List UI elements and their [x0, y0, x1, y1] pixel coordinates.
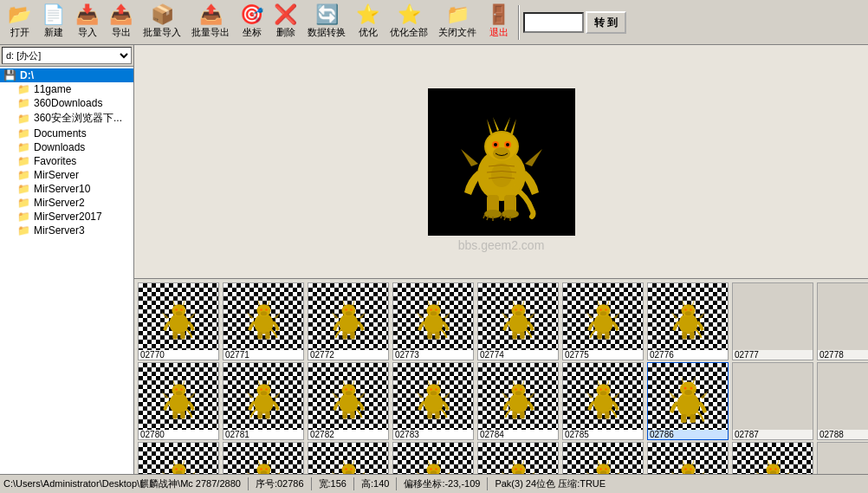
sprite-cell[interactable]: 02780	[138, 362, 219, 440]
sprite-canvas	[478, 363, 558, 430]
svg-point-13	[491, 163, 512, 187]
status-seq: 序号:02786	[256, 477, 312, 490]
sprite-cell[interactable]: 02773	[392, 282, 474, 360]
sidebar-item-favorites[interactable]: 📁 Favorites	[0, 154, 133, 168]
sprite-cell[interactable]: 02782	[308, 362, 389, 440]
sprite-cell[interactable]: 02787	[732, 362, 813, 440]
sprite-cell[interactable]: 02785	[562, 362, 644, 440]
svg-rect-55	[597, 331, 602, 338]
folder-icon: 📁	[17, 169, 30, 181]
sprite-cell[interactable]: 02772	[308, 282, 389, 360]
preview-image	[428, 88, 575, 236]
new-btn[interactable]: 📄 新建	[37, 3, 69, 42]
sprite-cell[interactable]: 02771	[223, 282, 304, 360]
sprite-cell[interactable]: 02786	[647, 362, 729, 440]
sprite-label: 02782	[308, 430, 388, 439]
svg-rect-68	[172, 411, 178, 418]
svg-point-121	[260, 468, 262, 470]
delete-btn[interactable]: ❌ 删除	[269, 3, 301, 42]
svg-rect-48	[520, 331, 525, 338]
delete-icon: ❌	[274, 5, 297, 24]
sprite-label: 02788	[818, 430, 868, 439]
export-btn[interactable]: 📤 导出	[105, 3, 137, 42]
sidebar-item-11game[interactable]: 📁 11game	[0, 82, 133, 96]
convert-icon: 🔄	[315, 5, 339, 24]
svg-rect-54	[605, 331, 610, 338]
optimize-all-icon: ⭐	[398, 5, 421, 24]
sprite-canvas	[563, 363, 643, 430]
sidebar-item-mirserver10[interactable]: 📁 MirServer10	[0, 182, 133, 196]
sidebar-item-mirserver[interactable]: 📁 MirServer	[0, 168, 133, 182]
watermark: bbs.geem2.com	[458, 238, 545, 252]
sprite-canvas	[308, 363, 388, 430]
import-icon: 📥	[75, 5, 99, 24]
export-icon: 📤	[109, 5, 133, 24]
sprite-cell[interactable]: 02784	[477, 362, 559, 440]
svg-point-44	[515, 308, 517, 311]
sprite-cell[interactable]: 02797	[732, 442, 813, 474]
sprite-cell[interactable]: 02777	[732, 282, 813, 360]
sprite-cell[interactable]: 02790	[138, 442, 219, 474]
svg-point-102	[599, 391, 606, 395]
batch-export-btn[interactable]: 📤 批量导出	[187, 3, 234, 42]
svg-point-157	[690, 468, 692, 470]
import-btn[interactable]: 📥 导入	[71, 3, 103, 42]
sidebar-item-mirserver2[interactable]: 📁 MirServer2	[0, 196, 133, 210]
open-btn[interactable]: 📂 打开	[3, 3, 36, 42]
sprite-cell[interactable]: 02791	[223, 442, 304, 474]
sprite-label: 02777	[733, 350, 813, 360]
goto-button[interactable]: 转 到	[586, 11, 626, 34]
sprite-cell[interactable]: 02776	[647, 282, 729, 360]
svg-rect-83	[350, 411, 355, 418]
sprite-cell[interactable]: 02770	[138, 282, 219, 360]
svg-point-45	[520, 308, 522, 311]
svg-rect-76	[257, 411, 262, 418]
svg-rect-104	[605, 411, 610, 418]
goto-input[interactable]	[523, 12, 584, 33]
sprite-cell[interactable]: 02781	[223, 362, 304, 440]
sprite-cell[interactable]: 02774	[477, 282, 559, 360]
svg-rect-33	[350, 331, 355, 338]
optimize-btn[interactable]: ⭐ 优化	[352, 3, 384, 42]
sprite-cell[interactable]: 02792	[308, 442, 389, 474]
svg-rect-96	[520, 411, 525, 418]
sidebar-item-mirserver2017[interactable]: 📁 MirServer2017	[0, 210, 133, 224]
optimize-icon: ⭐	[356, 5, 379, 24]
svg-point-114	[175, 468, 178, 470]
sidebar-item-root[interactable]: 💾 D:\	[0, 68, 133, 82]
sprite-cell[interactable]: 02796	[647, 442, 729, 474]
svg-point-86	[430, 388, 432, 391]
main-area: d: [办公] 💾 D:\ 📁 11game 📁 360Downloads 📁 …	[0, 45, 868, 474]
batch-import-btn[interactable]: 📦 批量导入	[139, 3, 185, 42]
sprite-grid[interactable]: 02770 02771	[134, 279, 868, 474]
close-file-icon: 📁	[446, 5, 470, 24]
sprite-canvas	[393, 283, 473, 350]
svg-point-149	[599, 468, 602, 470]
svg-point-23	[260, 308, 262, 311]
sprite-cell[interactable]: 02783	[392, 362, 474, 440]
drive-select[interactable]: d: [办公]	[2, 47, 132, 64]
sprite-cell[interactable]: 02778	[817, 282, 868, 360]
sidebar-item-mirserver3[interactable]: 📁 MirServer3	[0, 224, 133, 237]
svg-rect-90	[435, 411, 440, 418]
sprite-cell[interactable]: 02798	[817, 442, 868, 474]
svg-rect-26	[257, 331, 262, 338]
sprite-cell[interactable]: 02775	[562, 282, 644, 360]
optimize-all-btn[interactable]: ⭐ 优化全部	[385, 3, 432, 42]
sidebar-item-documents[interactable]: 📁 Documents	[0, 126, 133, 140]
coord-btn[interactable]: 🎯 坐标	[236, 3, 268, 42]
convert-btn[interactable]: 🔄 数据转换	[303, 3, 350, 42]
sidebar-item-360downloads[interactable]: 📁 360Downloads	[0, 96, 133, 110]
svg-point-136	[435, 468, 437, 470]
sprite-cell[interactable]: 02793	[392, 442, 474, 474]
svg-point-143	[520, 468, 522, 470]
svg-point-65	[175, 388, 178, 391]
exit-btn[interactable]: 🚪 退出	[483, 3, 515, 42]
sprite-label: 02770	[139, 350, 218, 360]
close-file-btn[interactable]: 📁 关闭文件	[434, 3, 481, 42]
sidebar-item-360browser[interactable]: 📁 360安全浏览器下...	[0, 110, 133, 126]
sprite-cell[interactable]: 02795	[562, 442, 644, 474]
sidebar-item-downloads[interactable]: 📁 Downloads	[0, 140, 133, 154]
sprite-cell[interactable]: 02788	[817, 362, 868, 440]
sprite-cell[interactable]: 02794	[477, 442, 559, 474]
